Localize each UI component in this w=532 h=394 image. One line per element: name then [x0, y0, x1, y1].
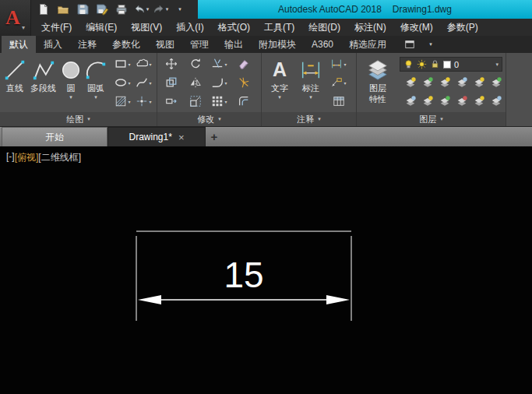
table-button[interactable]: [328, 92, 349, 111]
offset-button[interactable]: [233, 92, 254, 111]
arc-flyout-caret-icon[interactable]: ▾: [94, 94, 97, 100]
move-button[interactable]: [160, 55, 181, 73]
arc-button-label: 圆弧: [87, 83, 104, 93]
text-button[interactable]: A 文字 ▾: [264, 55, 295, 112]
draw-panel-label-text: 绘图: [66, 114, 83, 125]
ribbon-tab-view[interactable]: 视图: [148, 36, 182, 53]
text-flyout-caret-icon[interactable]: ▾: [278, 94, 281, 100]
draw-panel-label[interactable]: 绘图 ▾: [0, 112, 157, 126]
menu-bar: 文件(F) 编辑(E) 视图(V) 插入(I) 格式(O) 工具(T) 绘图(D…: [31, 19, 532, 36]
array-button[interactable]: ▾: [209, 92, 230, 111]
menu-dimension[interactable]: 标注(N): [347, 19, 393, 36]
line-button[interactable]: 直线: [2, 55, 27, 112]
menu-view[interactable]: 视图(V): [124, 19, 169, 36]
rotate-button[interactable]: [185, 55, 206, 73]
menu-draw[interactable]: 绘图(D): [301, 19, 347, 36]
layer-previous-icon: [439, 95, 451, 107]
ribbon-tab-bar: 默认 插入 注释 参数化 视图 管理 输出 附加模块 A360 精选应用 ▾: [0, 36, 532, 53]
menu-insert[interactable]: 插入(I): [169, 19, 210, 36]
arc-button[interactable]: 圆弧 ▾: [83, 55, 109, 112]
scale-button[interactable]: [185, 92, 206, 111]
ribbon-tab-output[interactable]: 输出: [217, 36, 251, 53]
ribbon-tab-addins[interactable]: 附加模块: [251, 36, 304, 53]
trim-button[interactable]: ▾: [209, 55, 230, 73]
ribbon-tab-home[interactable]: 默认: [2, 36, 36, 53]
redo-dropdown-caret-icon[interactable]: ▾: [166, 6, 169, 12]
dimension-button[interactable]: 标注 ▾: [295, 55, 326, 112]
menu-edit[interactable]: 编辑(E): [79, 19, 124, 36]
layer-merge-button[interactable]: [485, 92, 506, 111]
menu-format[interactable]: 格式(O): [211, 19, 257, 36]
hatch-button[interactable]: ▾: [112, 92, 133, 111]
layer-properties-button[interactable]: 图层 特性: [359, 55, 396, 112]
dimension-flyout-caret-icon[interactable]: ▾: [309, 94, 312, 100]
ribbon-tab-featured-apps[interactable]: 精选应用: [341, 36, 394, 53]
spline-button[interactable]: ▾: [133, 73, 154, 92]
ribbon-display-options-button[interactable]: ▾: [421, 36, 440, 53]
text-button-label: 文字: [271, 83, 288, 93]
circle-flyout-caret-icon[interactable]: ▾: [69, 94, 72, 100]
ribbon-tab-parametric[interactable]: 参数化: [104, 36, 148, 53]
circle-button-label: 圆: [67, 83, 76, 93]
annotation-panel-label[interactable]: 注释 ▾: [262, 112, 356, 126]
ribbon-tab-manage[interactable]: 管理: [182, 36, 217, 53]
ellipse-button[interactable]: ▾: [112, 73, 133, 92]
dimension-entity[interactable]: 15: [0, 146, 532, 394]
layer-on-bulb-icon[interactable]: [403, 59, 414, 69]
layer-lock-icon[interactable]: [430, 59, 440, 69]
viewport-view-control[interactable]: [俯视]: [15, 151, 39, 164]
multileader-icon: [330, 76, 343, 89]
file-tab-start[interactable]: 开始: [2, 127, 107, 146]
layer-lock-tool-icon: [456, 95, 468, 107]
menu-tools[interactable]: 工具(T): [257, 19, 301, 36]
undo-dropdown-caret-icon[interactable]: ▾: [146, 6, 150, 12]
ribbon-tab-a360[interactable]: A360: [304, 36, 341, 53]
ribbon-tab-annotate[interactable]: 注释: [70, 36, 104, 53]
file-tab-drawing1[interactable]: Drawing1* ×: [107, 127, 206, 146]
new-file-button[interactable]: [34, 1, 53, 18]
layer-selector-caret-icon[interactable]: ▾: [495, 62, 499, 68]
fillet-button[interactable]: ▾: [209, 73, 230, 92]
menu-file[interactable]: 文件(F): [34, 19, 79, 36]
spline-caret-icon: ▾: [149, 80, 151, 86]
close-tab-icon[interactable]: ×: [178, 132, 185, 142]
open-folder-icon: [57, 3, 69, 16]
layer-panel-label[interactable]: 图层 ▾: [357, 112, 506, 126]
table-icon: [333, 95, 345, 107]
viewport-visual-style-control[interactable]: [二维线框]: [38, 151, 81, 164]
viewport-menu-control[interactable]: [-]: [6, 151, 15, 164]
layer-on-all-button[interactable]: [485, 73, 506, 92]
stretch-button[interactable]: [160, 92, 181, 111]
linear-dimension-button[interactable]: ▾: [328, 55, 349, 73]
drawing-canvas[interactable]: [-] [俯视] [二维线框] 15: [0, 146, 532, 394]
copy-button[interactable]: [160, 73, 181, 92]
layer-isolate-icon: [421, 76, 434, 89]
erase-button[interactable]: [233, 55, 254, 73]
layer-selector[interactable]: 0 ▾: [400, 57, 502, 72]
multileader-button[interactable]: ▾: [328, 73, 349, 92]
redo-button[interactable]: ▾: [151, 1, 170, 18]
rectangle-button[interactable]: ▾: [112, 55, 133, 73]
menu-parametric[interactable]: 参数(P): [440, 19, 485, 36]
menu-modify[interactable]: 修改(M): [393, 19, 440, 36]
application-menu-button[interactable]: A ▾: [0, 0, 31, 36]
polyline-button[interactable]: 多段线: [27, 55, 59, 112]
circle-button[interactable]: 圆 ▾: [59, 55, 83, 112]
save-as-button[interactable]: [93, 1, 111, 18]
qat-customize-button[interactable]: ▾: [171, 1, 189, 18]
new-drawing-tab-button[interactable]: +: [206, 127, 223, 146]
rectangle-icon: [115, 58, 127, 70]
ribbon-tab-insert[interactable]: 插入: [36, 36, 70, 53]
point-button[interactable]: ▾: [133, 92, 154, 111]
open-file-button[interactable]: [54, 1, 72, 18]
undo-button[interactable]: ▾: [132, 1, 150, 18]
revision-cloud-button[interactable]: ▾: [133, 55, 154, 73]
save-button[interactable]: [73, 1, 92, 18]
dimension-text[interactable]: 15: [224, 255, 263, 295]
mirror-button[interactable]: [185, 73, 206, 92]
modify-panel-label[interactable]: 修改 ▾: [157, 112, 261, 126]
plot-button[interactable]: [112, 1, 131, 18]
explode-button[interactable]: [233, 73, 254, 92]
ribbon-display-toggle-button[interactable]: [400, 36, 419, 53]
layer-thaw-sun-icon[interactable]: [417, 59, 427, 69]
